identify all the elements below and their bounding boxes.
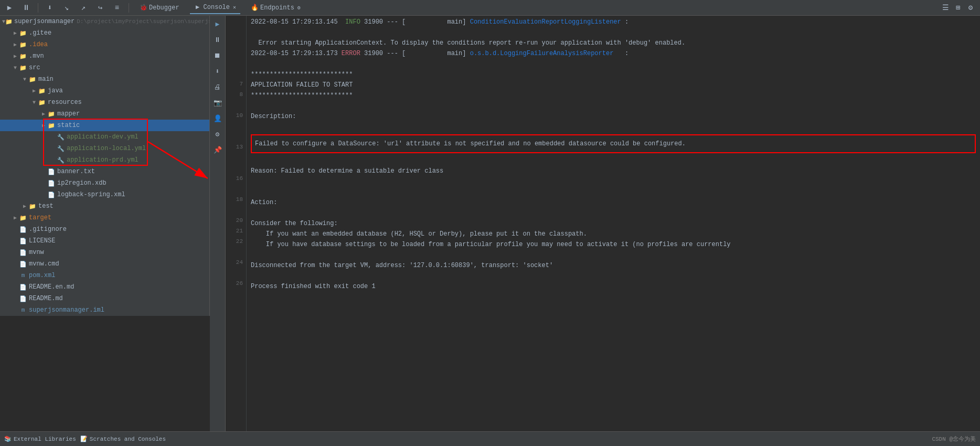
log-pid-2: 31900 --- [ main] [360, 48, 470, 59]
console-line-5 [247, 59, 980, 69]
console-line-2 [247, 27, 980, 38]
ip2region-icon: 📄 [47, 179, 56, 187]
layout-btn1[interactable]: ☰ [940, 3, 951, 13]
run-cursor-btn[interactable]: ↪ [95, 3, 105, 13]
test-folder-icon: 📁 [28, 202, 37, 210]
tree-item-app-local[interactable]: ▶ 🔧 application-local.yml [0, 143, 209, 154]
tree-item-java[interactable]: ▶ 📁 java [0, 85, 209, 97]
tree-item-gitignore[interactable]: ▶ 📄 .gitignore [0, 224, 209, 235]
line-11 [226, 121, 246, 131]
console-line-23: Disconnected from the target VM, address… [247, 260, 980, 271]
tree-item-readme[interactable]: ▶ 📄 README.md [0, 293, 209, 304]
tree-item-resources[interactable]: ▼ 📁 resources [0, 97, 209, 108]
console-line-11 [247, 122, 980, 132]
tree-item-test[interactable]: ▶ 📁 test [0, 200, 209, 212]
tree-item-mvnwcmd[interactable]: ▶ 📄 mvnw.cmd [0, 258, 209, 270]
console-line-13 [247, 155, 980, 166]
tree-item-iml[interactable]: ▶ m superjsonmanager.iml [0, 304, 209, 316]
console-output[interactable]: 2022-08-15 17:29:13.145 INFO 31900 --- [… [247, 16, 980, 431]
log-datasource-error: Failed to configure a DataSource: 'url' … [255, 139, 686, 149]
tree-item-main[interactable]: ▼ 📁 main [0, 73, 209, 85]
tree-item-target[interactable]: ▶ 📁 target [0, 212, 209, 224]
line-6 [226, 68, 246, 79]
step-into-btn[interactable]: ↘ [61, 3, 72, 13]
tree-item-pom[interactable]: ▶ m pom.xml [0, 270, 209, 281]
log-error-starting: Error starting ApplicationContext. To di… [251, 38, 685, 48]
debug-pause-btn[interactable]: ⏸ [211, 34, 224, 46]
log-pid-1: 31900 --- [ main] [360, 17, 470, 27]
tree-item-mvn[interactable]: ▶ 📁 .mvn [0, 50, 209, 62]
tree-item-static[interactable]: ▶ 📁 static [0, 120, 209, 131]
line-16: 16 [226, 173, 246, 184]
mapper-folder-icon: 📁 [47, 110, 56, 118]
tree-item-readme-en[interactable]: ▶ 📄 README.en.md [0, 281, 209, 293]
line-7: 7 [226, 79, 246, 89]
tree-item-logback[interactable]: ▶ 📄 logback-spring.xml [0, 189, 209, 200]
gitee-folder-icon: 📁 [19, 29, 27, 37]
debug-settings-btn[interactable]: ⚙ [211, 128, 224, 141]
sep1 [38, 3, 38, 13]
log-level-error: ERROR [342, 48, 360, 59]
tab-console[interactable]: ▶ Console ✕ [190, 2, 240, 14]
readme-en-label: README.en.md [29, 283, 74, 291]
log-colon-2: : [613, 48, 629, 59]
eval-btn[interactable]: ≡ [112, 3, 122, 13]
log-embedded-db: If you want an embedded database (H2, HS… [251, 229, 587, 239]
tree-item-ip2region[interactable]: ▶ 📄 ip2region.xdb [0, 177, 209, 189]
debug-camera-btn[interactable]: 📷 [211, 97, 224, 109]
layout-btn2[interactable]: ⊞ [953, 3, 963, 13]
tree-item-idea[interactable]: ▶ 📁 .idea [0, 39, 209, 50]
debug-scroll-btn[interactable]: ⬇ [211, 65, 224, 78]
project-name: superjsonmanager [14, 18, 74, 25]
tree-item-src[interactable]: ▼ 📁 src [0, 62, 209, 73]
scratches-icon: 📝 [80, 436, 88, 442]
tab-debugger[interactable]: 🐞 Debugger [135, 2, 184, 14]
log-db-settings: If you have database settings to be load… [251, 239, 731, 250]
tab-endpoints[interactable]: 🔥 Endpoints ⚙ [247, 2, 305, 14]
tree-item-banner[interactable]: ▶ 📄 banner.txt [0, 166, 209, 177]
main-layout: ▼ 📁 superjsonmanager D:\project\1myProje… [0, 16, 980, 431]
debug-resume-btn[interactable]: ▶ [211, 18, 224, 30]
debug-user-btn[interactable]: 👤 [211, 112, 224, 125]
resume-btn[interactable]: ▶ [4, 3, 15, 13]
debug-print-btn[interactable]: 🖨 [211, 81, 224, 93]
console-line-17: Action: [247, 197, 980, 208]
bottom-bar: 📚 External Libraries 📝 Scratches and Con… [0, 431, 980, 446]
step-out-btn[interactable]: ↗ [78, 3, 89, 13]
step-over-btn[interactable]: ⬇ [45, 3, 55, 13]
log-class-1: ConditionEvaluationReportLoggingListener [470, 17, 621, 27]
endpoints-settings[interactable]: ⚙ [297, 5, 301, 11]
iml-label: superjsonmanager.iml [29, 306, 104, 314]
logback-icon: 📄 [47, 190, 56, 199]
line-numbers: 7 8 10 13 16 18 20 21 22 24 26 [226, 16, 247, 431]
arrow-mvn: ▶ [12, 52, 19, 60]
file-tree: ▼ 📁 superjsonmanager D:\project\1myProje… [0, 16, 210, 316]
tree-project-root[interactable]: ▼ 📁 superjsonmanager D:\project\1myProje… [0, 16, 209, 27]
tree-item-gitee[interactable]: ▶ 📁 .gitee [0, 27, 209, 39]
debug-pin-btn[interactable]: 📌 [211, 144, 224, 156]
console-line-7: APPLICATION FAILED TO START [247, 80, 980, 90]
log-process-finished: Process finished with exit code 1 [251, 281, 376, 292]
console-line-8: *************************** [247, 90, 980, 101]
banner-icon: 📄 [47, 167, 56, 176]
arrow-static: ▶ [40, 122, 47, 129]
line-4 [226, 47, 246, 58]
logback-label: logback-spring.xml [57, 191, 125, 198]
bottom-scratches[interactable]: 📝 Scratches and Consoles [80, 436, 166, 442]
app-local-icon: 🔧 [57, 144, 65, 153]
tree-item-app-prd[interactable]: ▶ 🔧 application-prd.yml [0, 154, 209, 166]
tree-item-mvnw[interactable]: ▶ 📄 mvnw [0, 247, 209, 258]
tree-item-mapper[interactable]: ▶ 📁 mapper [0, 108, 209, 120]
static-label: static [57, 122, 80, 129]
console-close[interactable]: ✕ [233, 4, 236, 10]
bottom-ext-libs[interactable]: 📚 External Libraries [4, 436, 76, 442]
debug-stop-btn[interactable]: ⏹ [211, 49, 224, 62]
tree-item-license[interactable]: ▶ 📄 LICENSE [0, 235, 209, 247]
pause-btn[interactable]: ⏸ [21, 3, 31, 13]
tree-item-app-dev[interactable]: ▶ 🔧 application-dev.yml [0, 131, 209, 143]
mvnwcmd-icon: 📄 [19, 260, 27, 268]
layout-btn3[interactable]: ⚙ [965, 3, 976, 13]
line-3 [226, 37, 246, 47]
log-description: Description: [251, 111, 296, 122]
idea-label: .idea [29, 41, 48, 48]
